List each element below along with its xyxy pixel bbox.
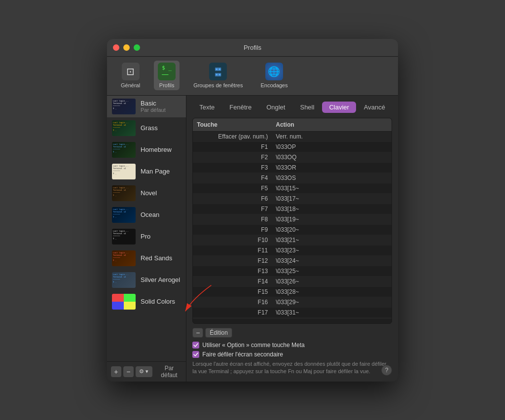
cell-action: Verr. num. [276,133,388,140]
tab-texte[interactable]: Texte [192,102,221,113]
cell-action: \033[20~ [276,226,388,233]
toolbar-general[interactable]: ⊡ Général [117,61,144,90]
cell-action: \033[21~ [276,237,388,244]
cell-key: F10 [197,237,276,244]
profile-item-solidcolors[interactable]: Solid Colors [107,291,186,313]
main-window: Profils ⊡ Général $ _── Profils ▣▣▣▣ Gro… [107,39,398,382]
toolbar-encodings-label: Encodages [260,82,288,88]
window-controls [113,44,140,51]
cell-key: F7 [197,206,276,212]
profile-name-ocean: Ocean [141,211,159,218]
cell-action: \033[26~ [276,278,388,285]
minimize-button[interactable] [123,44,130,51]
profiles-icon: $ _── [158,63,176,80]
profile-item-ocean[interactable]: Last login...Terminal v2──────$ _ Ocean [107,204,186,226]
table-row[interactable]: F10\033[21~ [193,235,392,245]
table-row[interactable]: F9\033[20~ [193,225,392,235]
cell-key: Effacer (pav. num.) [197,133,276,140]
remove-profile-button[interactable]: − [123,366,134,377]
checkbox-meta-icon[interactable] [192,342,199,349]
profile-item-manpage[interactable]: Last login...Terminal v2──────$ _ Man Pa… [107,161,186,182]
table-row[interactable]: F7\033[18~ [193,204,392,214]
checkbox-scroll-icon[interactable] [192,351,199,358]
cell-action: \033OR [276,164,388,171]
cell-action: \033OP [276,143,388,150]
table-row[interactable]: F5\033[15~ [193,183,392,194]
profile-thumb-ocean: Last login...Terminal v2──────$ _ [112,207,136,223]
toolbar-groups-label: Groupes de fenêtres [193,82,243,88]
help-button[interactable]: ? [381,365,392,376]
cell-key: F9 [197,226,276,233]
tab-clavier[interactable]: Clavier [322,102,356,113]
toolbar-encodings[interactable]: 🌐 Encodages [256,61,291,90]
main-content: Texte Fenêtre Onglet Shell Clavier Avanc… [186,96,398,382]
table-header: Touche Action [193,118,392,132]
default-button[interactable]: Par défaut [156,365,182,379]
tab-fenetre[interactable]: Fenêtre [222,102,258,113]
table-body: Effacer (pav. num.)Verr. num.F1\033OPF2\… [193,132,392,319]
profile-name-silveraerogel: Silver Aerogel [141,276,180,283]
profile-item-homebrew[interactable]: Last login...Terminal v2──────$ _ Homebr… [107,139,186,161]
table-row[interactable]: F1\033OP [193,142,392,152]
table-row[interactable]: F12\033[24~ [193,256,392,266]
keybinding-table: Touche Action Effacer (pav. num.)Verr. n… [192,118,392,324]
toolbar-groups[interactable]: ▣▣▣▣ Groupes de fenêtres [189,61,247,90]
cell-action: \033[18~ [276,206,388,212]
profile-name-manpage: Man Page [141,168,170,175]
profile-item-grass[interactable]: Last login...Terminal v2──────$ _ Grass [107,117,186,139]
table-row[interactable]: F14\033[26~ [193,277,392,287]
toolbar-profiles[interactable]: $ _── Profils [154,61,180,90]
profile-subtitle-basic: Par défaut [141,107,166,113]
maximize-button[interactable] [134,44,140,51]
profile-name-homebrew: Homebrew [141,146,172,153]
table-row[interactable]: F4\033OS [193,173,392,183]
cell-action: \033[17~ [276,195,388,202]
cell-key: F16 [197,299,276,306]
general-icon: ⊡ [122,63,140,80]
profile-name-novel: Novel [141,189,157,197]
table-row[interactable]: F16\033[29~ [193,297,392,308]
profile-name-solidcolors: Solid Colors [141,298,175,305]
table-row[interactable]: F6\033[17~ [193,194,392,204]
cell-key: F15 [197,288,276,295]
remove-binding-button[interactable]: − [192,328,203,338]
table-row[interactable]: F2\033OQ [193,152,392,163]
cell-key: F5 [197,185,276,192]
profile-list: Last login...Terminal v2──────$ _ Basic … [107,96,186,361]
table-row[interactable]: F11\033[23~ [193,245,392,256]
toolbar-general-label: Général [121,82,140,88]
checkbox-scroll-label: Faire défiler l'écran secondaire [202,351,283,358]
profile-thumb-novel: Last login...Terminal v2──────$ _ [112,185,136,201]
table-row[interactable]: F15\033[28~ [193,287,392,297]
profile-item-novel[interactable]: Last login...Terminal v2──────$ _ Novel [107,182,186,204]
profile-item-pro[interactable]: Last login...Terminal v2──────$ _ Pro [107,226,186,247]
table-row[interactable]: F17\033[31~ [193,308,392,318]
toolbar: ⊡ Général $ _── Profils ▣▣▣▣ Groupes de … [107,57,398,96]
profile-name-basic: Basic [141,100,166,107]
profile-item-basic[interactable]: Last login...Terminal v2──────$ _ Basic … [107,96,186,117]
bottom-controls: − Édition Utiliser « Option » comme touc… [192,328,392,376]
tab-onglet[interactable]: Onglet [259,102,292,113]
tab-avance[interactable]: Avancé [357,102,392,113]
table-row[interactable]: F18\033[32~ [193,318,392,319]
profile-thumb-solidcolors [112,294,136,310]
table-row[interactable]: Effacer (pav. num.)Verr. num. [193,132,392,142]
add-profile-button[interactable]: + [111,366,121,377]
edition-button[interactable]: Édition [205,328,232,338]
profile-item-silveraerogel[interactable]: Last login...Terminal v2──────$ _ Silver… [107,269,186,291]
profile-thumb-homebrew: Last login...Terminal v2──────$ _ [112,142,136,158]
table-row[interactable]: F3\033OR [193,163,392,173]
cell-key: F3 [197,164,276,171]
hint-text: Lorsque l'autre écran est affiché, envoy… [192,360,392,376]
table-row[interactable]: F8\033[19~ [193,214,392,225]
cell-key: F4 [197,175,276,181]
tab-shell[interactable]: Shell [293,102,321,113]
toolbar-profiles-label: Profils [159,82,175,88]
gear-menu-button[interactable]: ⚙ ▾ [136,366,152,377]
profile-name-redsands: Red Sands [141,254,172,262]
sidebar-bottom: + − ⚙ ▾ Par défaut [107,361,186,382]
profile-item-redsands[interactable]: Last login...Terminal v2──────$ _ Red Sa… [107,247,186,269]
table-row[interactable]: F13\033[25~ [193,266,392,277]
cell-key: F2 [197,154,276,161]
close-button[interactable] [113,44,119,51]
